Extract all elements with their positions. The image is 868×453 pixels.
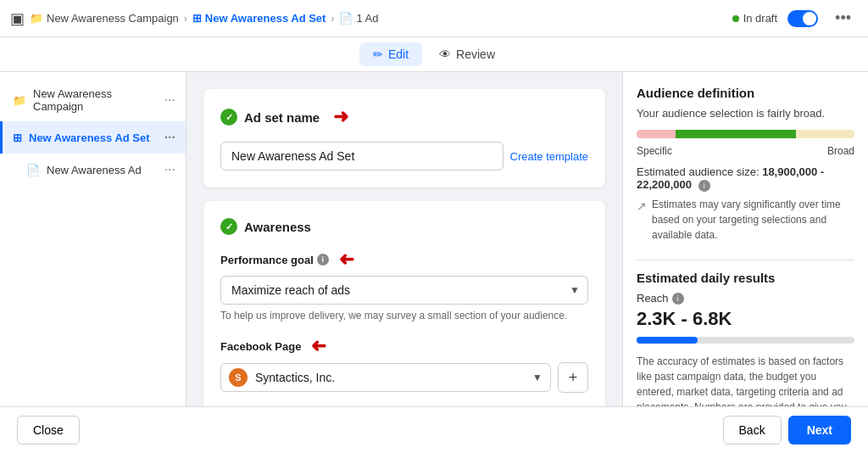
audience-bar-labels: Specific Broad: [637, 145, 854, 157]
fb-page-add-button[interactable]: +: [558, 362, 588, 393]
performance-goal-section: Performance goal i ➜ Maximize reach of a…: [220, 249, 588, 322]
sidebar-item-ad[interactable]: 📄 New Awareness Ad ···: [0, 154, 186, 186]
close-button[interactable]: Close: [17, 416, 80, 445]
adset-name-card: ✓ Ad set name ➜ Create template: [203, 89, 605, 187]
breadcrumb-adset-label: New Awareness Ad Set: [205, 12, 326, 25]
right-panel: Audience definition Your audience select…: [622, 72, 868, 406]
back-button[interactable]: Back: [723, 416, 782, 445]
reach-bar: [637, 337, 854, 344]
audience-definition-subtitle: Your audience selection is fairly broad.: [637, 107, 854, 120]
reach-info-icon[interactable]: i: [672, 293, 684, 305]
audience-bar-red: [637, 130, 676, 138]
awareness-section-title: ✓ Awareness: [220, 218, 588, 235]
top-bar: ▣ 📁 New Awareness Campaign › ⊞ New Aware…: [0, 0, 868, 37]
reach-value: 2.3K - 6.8K: [637, 308, 854, 330]
sidebar-item-campaign[interactable]: 📁 New Awareness Campaign ···: [0, 79, 186, 121]
sidebar-ad-icon: 📄: [26, 164, 40, 176]
annotation-arrow-goal: ➜: [339, 249, 354, 271]
top-bar-right: In draft •••: [732, 6, 858, 31]
est-note-icon: ↗: [637, 198, 647, 215]
performance-goal-select[interactable]: Maximize reach of ads: [220, 276, 588, 305]
folder-icon: 📁: [30, 12, 43, 25]
sidebar-item-adset[interactable]: ⊞ New Awareness Ad Set ···: [0, 121, 186, 154]
adset-name-section-title: ✓ Ad set name ➜: [220, 106, 588, 128]
create-template-button[interactable]: Create template: [510, 150, 589, 163]
audience-bar-beige: [796, 130, 854, 138]
check-icon: ✓: [220, 109, 237, 126]
adset-icon: ⊞: [192, 12, 202, 25]
breadcrumb-sep-1: ›: [184, 13, 187, 25]
sidebar-adset-icon: ⊞: [13, 131, 22, 144]
sidebar-campaign-label: New Awareness Campaign: [33, 87, 158, 113]
performance-goal-label-row: Performance goal i ➜: [220, 249, 588, 271]
next-button[interactable]: Next: [788, 416, 851, 445]
awareness-title: Awareness: [244, 220, 311, 234]
awareness-check-icon: ✓: [220, 218, 237, 235]
tab-edit[interactable]: ✏ Edit: [359, 42, 422, 66]
performance-goal-hint: To help us improve delivery, we may surv…: [220, 310, 588, 322]
sidebar-adset-label: New Awareness Ad Set: [29, 131, 150, 144]
tab-review[interactable]: 👁 Review: [426, 42, 509, 66]
est-size-note-text: Estimates may vary significantly over ti…: [652, 197, 854, 243]
fb-page-label: Facebook Page: [220, 340, 301, 353]
draft-toggle[interactable]: [787, 10, 818, 27]
edit-icon: ✏: [373, 48, 383, 61]
facebook-page-section: Facebook Page ➜ S Syntactics, Inc. ▼ +: [220, 335, 588, 393]
status-label: In draft: [743, 12, 777, 25]
review-icon: 👁: [439, 48, 451, 61]
more-button[interactable]: •••: [828, 6, 858, 31]
sidebar-adset-more[interactable]: ···: [164, 130, 175, 145]
breadcrumb-ad[interactable]: 📄 1 Ad: [339, 12, 378, 25]
audience-bar-green: [676, 130, 795, 138]
sidebar-ad-label: New Awareness Ad: [47, 164, 142, 176]
fb-page-select[interactable]: Syntactics, Inc.: [220, 363, 551, 392]
bottom-right-actions: Back Next: [723, 416, 851, 445]
breadcrumb-campaign-label: New Awareness Campaign: [47, 12, 179, 25]
ad-icon-breadcrumb: 📄: [339, 12, 353, 25]
fb-page-row: S Syntactics, Inc. ▼ +: [220, 362, 588, 393]
audience-definition-section: Audience definition Your audience select…: [637, 86, 854, 243]
sidebar: 📁 New Awareness Campaign ··· ⊞ New Aware…: [0, 72, 186, 406]
audience-label-specific: Specific: [637, 145, 672, 157]
reach-label-row: Reach i: [637, 292, 854, 305]
performance-goal-select-wrapper: Maximize reach of ads ▼: [220, 276, 588, 305]
reach-note: The accuracy of estimates is based on fa…: [637, 354, 854, 406]
fb-page-select-wrapper: S Syntactics, Inc. ▼: [220, 363, 551, 392]
bottom-bar: Close Back Next: [0, 406, 868, 453]
est-size-label: Estimated audience size:: [637, 165, 760, 178]
performance-goal-info-icon[interactable]: i: [317, 254, 329, 266]
reach-bar-fill: [637, 337, 698, 344]
estimated-size-row: Estimated audience size: 18,900,000 - 22…: [637, 165, 854, 192]
panel-divider: [637, 260, 854, 260]
draft-status: In draft: [732, 12, 777, 25]
adset-name-input[interactable]: [220, 142, 504, 171]
audience-bar: [637, 130, 854, 138]
breadcrumb-nav: ▣ 📁 New Awareness Campaign › ⊞ New Aware…: [10, 9, 378, 28]
sidebar-folder-icon: 📁: [13, 94, 26, 107]
content-area: ✓ Ad set name ➜ Create template ✓ Awaren…: [186, 72, 622, 406]
adset-name-input-row: Create template: [220, 142, 588, 171]
layout-icon: ▣: [10, 9, 25, 28]
adset-name-title: Ad set name: [244, 110, 320, 125]
fb-page-avatar: S: [229, 368, 248, 387]
est-size-info-icon[interactable]: i: [698, 180, 710, 192]
fb-page-label-row: Facebook Page ➜: [220, 335, 588, 357]
breadcrumb-ad-label: 1 Ad: [356, 12, 378, 25]
performance-goal-label: Performance goal: [220, 254, 314, 266]
sidebar-campaign-more[interactable]: ···: [164, 92, 175, 108]
breadcrumb-campaign[interactable]: 📁 New Awareness Campaign: [30, 12, 179, 25]
est-size-note: ↗ Estimates may vary significantly over …: [637, 197, 854, 243]
tab-bar: ✏ Edit 👁 Review: [0, 37, 868, 72]
breadcrumb-sep-2: ›: [331, 13, 334, 25]
reach-label-text: Reach: [637, 292, 669, 305]
main-layout: 📁 New Awareness Campaign ··· ⊞ New Aware…: [0, 72, 868, 406]
sidebar-ad-more[interactable]: ···: [164, 162, 175, 177]
tab-review-label: Review: [456, 48, 495, 61]
status-dot: [732, 15, 739, 22]
daily-results-title: Estimated daily results: [637, 271, 854, 285]
breadcrumb-adset[interactable]: ⊞ New Awareness Ad Set: [192, 12, 326, 25]
awareness-card: ✓ Awareness Performance goal i ➜ Maximiz…: [203, 201, 605, 406]
annotation-arrow-name: ➜: [333, 106, 348, 128]
audience-label-broad: Broad: [827, 145, 854, 157]
tab-edit-label: Edit: [388, 48, 409, 61]
